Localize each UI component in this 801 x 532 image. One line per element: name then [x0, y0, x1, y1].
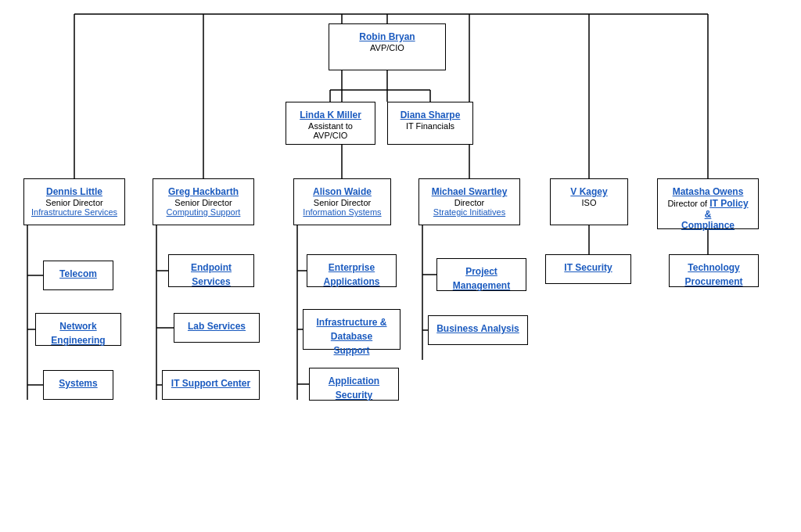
node-endpoint: EndpointServices	[168, 254, 254, 287]
node-telecom: Telecom	[43, 261, 113, 290]
infra-name[interactable]: Infrastructure &DatabaseSupport	[316, 317, 386, 356]
node-alison: Alison Waide Senior Director Information…	[293, 178, 391, 225]
alison-title: Senior Director	[300, 198, 384, 207]
node-techprocure: TechnologyProcurement	[669, 254, 759, 287]
node-diana: Diana Sharpe IT Financials	[387, 102, 473, 145]
diana-title: IT Financials	[394, 121, 466, 131]
dennis-name[interactable]: Dennis Little	[46, 186, 102, 197]
node-infra: Infrastructure &DatabaseSupport	[303, 309, 400, 350]
lab-name[interactable]: Lab Services	[188, 321, 246, 332]
vkagey-title: ISO	[557, 198, 621, 207]
michael-dept[interactable]: Strategic Initiatives	[426, 207, 513, 217]
greg-title: Senior Director	[160, 198, 247, 207]
node-systems: Systems	[43, 370, 113, 400]
robin-title: AVP/CIO	[336, 43, 439, 52]
matasha-title: Director of IT Policy &Compliance	[664, 198, 752, 231]
node-greg: Greg Hackbarth Senior Director Computing…	[153, 178, 254, 225]
node-matasha: Matasha Owens Director of IT Policy &Com…	[657, 178, 759, 229]
robin-name[interactable]: Robin Bryan	[359, 31, 415, 42]
michael-name[interactable]: Michael Swartley	[432, 186, 508, 197]
matasha-name[interactable]: Matasha Owens	[673, 186, 744, 197]
matasha-dept[interactable]: IT Policy &Compliance	[681, 198, 749, 231]
appsec-name[interactable]: ApplicationSecurity	[329, 376, 379, 401]
org-chart: Robin Bryan AVP/CIO Linda K Miller Assis…	[0, 0, 801, 532]
node-itsupport: IT Support Center	[162, 370, 260, 400]
node-dennis: Dennis Little Senior Director Infrastruc…	[23, 178, 125, 225]
projectmgmt-name[interactable]: ProjectManagement	[453, 266, 510, 291]
node-michael: Michael Swartley Director Strategic Init…	[418, 178, 520, 225]
diana-name[interactable]: Diana Sharpe	[400, 110, 461, 120]
enterprise-name[interactable]: EnterpriseApplications	[323, 262, 379, 287]
vkagey-name[interactable]: V Kagey	[570, 186, 607, 197]
node-projectmgmt: ProjectManagement	[436, 258, 526, 291]
node-appsec: ApplicationSecurity	[309, 368, 399, 401]
alison-dept[interactable]: Information Systems	[300, 207, 384, 217]
node-enterprise: EnterpriseApplications	[307, 254, 397, 287]
techprocure-name[interactable]: TechnologyProcurement	[684, 262, 742, 287]
itsupport-name[interactable]: IT Support Center	[171, 378, 250, 389]
endpoint-name[interactable]: EndpointServices	[191, 262, 232, 287]
greg-name[interactable]: Greg Hackbarth	[168, 186, 239, 197]
bizanalysis-name[interactable]: Business Analysis	[436, 323, 519, 334]
node-lab: Lab Services	[174, 313, 260, 343]
systems-name[interactable]: Systems	[59, 378, 97, 389]
linda-name[interactable]: Linda K Miller	[300, 110, 361, 120]
dennis-title: Senior Director	[31, 198, 118, 207]
itsecurity-name[interactable]: IT Security	[564, 262, 612, 273]
network-name[interactable]: NetworkEngineering	[51, 321, 105, 346]
node-robin: Robin Bryan AVP/CIO	[329, 23, 446, 70]
node-network: NetworkEngineering	[35, 313, 121, 346]
node-vkagey: V Kagey ISO	[550, 178, 628, 225]
michael-title: Director	[426, 198, 513, 207]
node-linda: Linda K Miller Assistant toAVP/CIO	[286, 102, 375, 145]
dennis-dept[interactable]: Infrastructure Services	[31, 207, 118, 217]
alison-name[interactable]: Alison Waide	[313, 186, 372, 197]
greg-dept[interactable]: Computing Support	[160, 207, 247, 217]
node-bizanalysis: Business Analysis	[428, 315, 528, 345]
telecom-name[interactable]: Telecom	[59, 268, 97, 279]
node-itsecurity: IT Security	[545, 254, 631, 284]
linda-title: Assistant toAVP/CIO	[293, 121, 368, 140]
